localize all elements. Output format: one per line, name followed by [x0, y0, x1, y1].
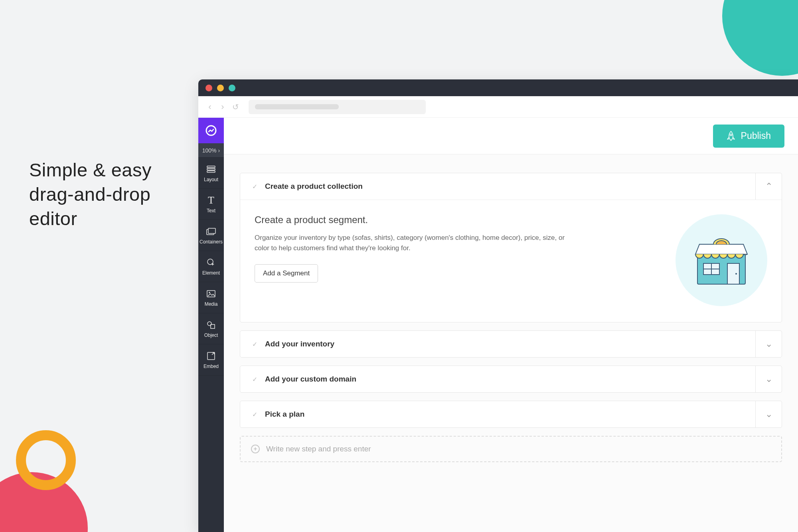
collapse-toggle[interactable]: ⌃ — [755, 173, 782, 200]
app-window: ‹ › ↺ 100% › Layout — [198, 79, 798, 532]
accordion-body: Create a product segment. Organize your … — [240, 200, 782, 322]
svg-rect-17 — [727, 263, 739, 284]
accordion-item: ✓ Pick a plan ⌄ — [240, 401, 782, 428]
sidebar-item-label: Containers — [200, 239, 223, 245]
svg-point-18 — [735, 273, 737, 275]
accordion-title: Create a product collection — [265, 182, 363, 191]
accordion-title: Pick a plan — [265, 410, 304, 419]
zoom-value: 100% — [202, 147, 217, 154]
zoom-control[interactable]: 100% › — [198, 143, 224, 158]
close-dot[interactable] — [205, 85, 212, 91]
minimize-dot[interactable] — [217, 85, 224, 91]
publish-button[interactable]: Publish — [713, 125, 784, 148]
logo-icon — [205, 125, 217, 136]
sidebar-item-label: Layout — [204, 177, 218, 182]
accordion-title: Add your custom domain — [265, 375, 356, 384]
layout-icon — [207, 164, 215, 174]
svg-rect-2 — [207, 168, 215, 170]
window-titlebar — [198, 79, 798, 96]
sidebar-tool-layout[interactable]: Layout — [198, 158, 224, 189]
sidebar-item-label: Text — [207, 208, 215, 214]
chevron-down-icon: ⌄ — [765, 409, 772, 419]
app-logo[interactable] — [198, 118, 224, 143]
accordion-item: ✓ Add your custom domain ⌄ — [240, 366, 782, 393]
decorative-ring-yellow — [16, 430, 76, 490]
svg-point-8 — [209, 292, 210, 293]
plus-circle-icon: + — [251, 445, 260, 453]
zoom-dot[interactable] — [229, 85, 235, 91]
back-button[interactable]: ‹ — [205, 103, 214, 111]
sidebar-tool-object[interactable]: Object — [198, 313, 224, 344]
sidebar-tool-text[interactable]: T Text — [198, 189, 224, 220]
browser-toolbar: ‹ › ↺ — [198, 96, 798, 118]
address-bar[interactable] — [249, 100, 426, 114]
sidebar-item-label: Embed — [203, 364, 219, 369]
object-icon — [207, 320, 215, 330]
expand-toggle[interactable]: ⌄ — [755, 366, 782, 392]
expand-toggle[interactable]: ⌄ — [755, 331, 782, 357]
chevron-up-icon: ⌃ — [765, 181, 772, 192]
marketing-headline: Simple & easydrag-and-dropeditor — [29, 158, 152, 231]
canvas-area: Publish ✓ Create a product collection ⌃ — [224, 118, 798, 532]
sidebar-tool-containers[interactable]: Containers — [198, 220, 224, 251]
accordion-header[interactable]: ✓ Add your custom domain ⌄ — [240, 366, 782, 392]
sidebar-item-label: Media — [205, 301, 218, 307]
sidebar-tool-element[interactable]: Element — [198, 251, 224, 282]
sidebar-item-label: Element — [202, 270, 220, 276]
add-segment-button[interactable]: Add a Segment — [255, 264, 318, 283]
sidebar: 100% › Layout T Text Containers — [198, 118, 224, 532]
chevron-right-icon: › — [218, 147, 220, 154]
new-step-input[interactable]: + Write new step and press enter — [240, 436, 782, 462]
svg-rect-3 — [207, 171, 215, 172]
chevron-down-icon: ⌄ — [765, 339, 772, 349]
sidebar-item-label: Object — [204, 332, 218, 338]
forward-button[interactable]: › — [218, 103, 227, 111]
embed-icon — [207, 351, 215, 361]
check-icon: ✓ — [251, 410, 259, 418]
segment-heading: Create a product segment. — [255, 214, 664, 225]
address-placeholder — [255, 104, 339, 109]
storefront-illustration — [676, 214, 767, 306]
sidebar-tool-media[interactable]: Media — [198, 282, 224, 313]
new-step-placeholder: Write new step and press enter — [266, 445, 371, 453]
element-icon — [207, 257, 215, 268]
accordion-item-expanded: ✓ Create a product collection ⌃ Create a… — [240, 173, 782, 322]
check-icon: ✓ — [251, 182, 259, 190]
decorative-circle-teal — [722, 0, 798, 76]
svg-rect-5 — [208, 228, 215, 233]
accordion-header[interactable]: ✓ Pick a plan ⌄ — [240, 401, 782, 427]
store-icon — [691, 232, 751, 288]
reload-button[interactable]: ↺ — [231, 102, 240, 112]
segment-description: Organize your inventory by type (sofas, … — [255, 233, 566, 253]
accordion-item: ✓ Add your inventory ⌄ — [240, 330, 782, 358]
publish-label: Publish — [741, 131, 771, 141]
svg-point-12 — [730, 134, 731, 135]
containers-icon — [206, 226, 216, 237]
media-icon — [207, 289, 215, 299]
accordion-header[interactable]: ✓ Add your inventory ⌄ — [240, 331, 782, 357]
svg-rect-1 — [207, 166, 215, 168]
text-icon: T — [208, 195, 214, 206]
check-icon: ✓ — [251, 340, 259, 348]
check-icon: ✓ — [251, 375, 259, 383]
expand-toggle[interactable]: ⌄ — [755, 401, 782, 427]
sidebar-tool-embed[interactable]: Embed — [198, 344, 224, 376]
top-strip: Publish — [224, 118, 798, 154]
chevron-down-icon: ⌄ — [765, 374, 772, 384]
accordion-header[interactable]: ✓ Create a product collection ⌃ — [240, 173, 782, 200]
accordion-title: Add your inventory — [265, 340, 334, 348]
rocket-icon — [727, 131, 735, 141]
